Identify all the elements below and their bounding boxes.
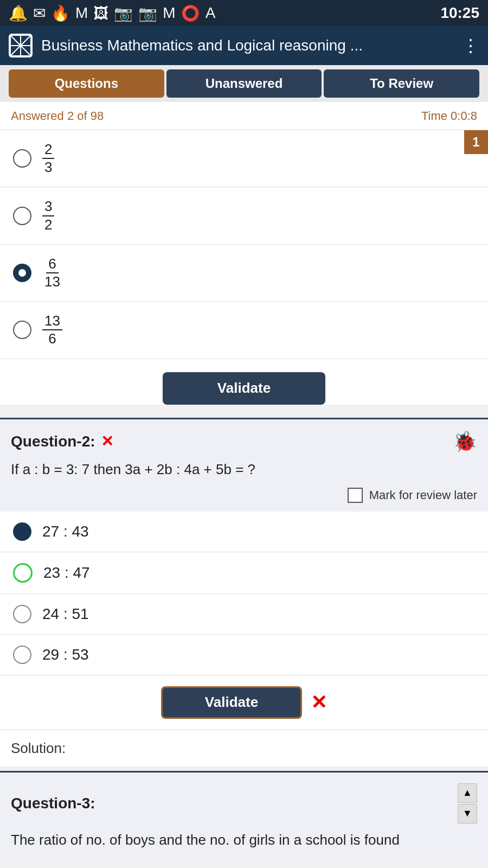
status-bar: 🔔 ✉ 🔥 M 🖼 📷 📷 M ⭕ A 10:25 (0, 0, 488, 26)
option-2-row[interactable]: 3 2 (0, 187, 488, 244)
status-bar-icons: 🔔 ✉ 🔥 M 🖼 📷 📷 M ⭕ A (9, 4, 215, 22)
option-1-radio[interactable] (13, 149, 31, 168)
question-3-section: Question-3: ▲ ▼ The ratio of no. of boys… (0, 771, 488, 860)
more-options-button[interactable]: ⋮ (462, 35, 479, 56)
fire-icon: 🔥 (51, 4, 70, 22)
q2-option-3-row[interactable]: 24 : 51 (0, 594, 488, 635)
review-checkbox-row[interactable]: Mark for review later (11, 488, 477, 503)
mail2-icon: M (163, 4, 175, 22)
q2-option-4-row[interactable]: 29 : 53 (0, 635, 488, 675)
option-4-label: 13 6 (42, 312, 62, 347)
option-1-denominator: 3 (42, 159, 54, 176)
q2-option-1-label: 27 : 43 (42, 523, 89, 540)
progress-bar: Answered 2 of 98 Time 0:0:8 (0, 102, 488, 130)
validate-button-2[interactable]: Validate (161, 686, 302, 719)
option-2-numerator: 3 (42, 198, 54, 216)
q2-option-3-radio[interactable] (13, 605, 31, 623)
option-1-row[interactable]: 2 3 (0, 130, 488, 187)
email-icon: ✉ (33, 4, 46, 22)
q2-option-3-label: 24 : 51 (42, 605, 89, 623)
question-3-text: The ratio of no. of boys and the no. of … (11, 830, 477, 850)
app-header: Business Mathematics and Logical reasoni… (0, 26, 488, 65)
notification-icon: 🔔 (9, 4, 28, 22)
question-2-text: If a : b = 3: 7 then 3a + 2b : 4a + 5b =… (11, 459, 477, 479)
question-2-header: Question-2: ✕ 🐞 (11, 430, 477, 453)
mail-icon: M (75, 4, 88, 22)
tab-questions[interactable]: Questions (9, 69, 164, 98)
gallery-icon: 🖼 (93, 4, 108, 22)
question-2-section: Question-2: ✕ 🐞 If a : b = 3: 7 then 3a … (0, 418, 488, 767)
q2-option-1-row[interactable]: 27 : 43 (0, 512, 488, 552)
app-logo (9, 34, 33, 58)
option-3-denominator: 13 (42, 273, 62, 290)
question-2-options: 27 : 43 23 : 47 24 : 51 29 : 53 Validate… (0, 512, 488, 767)
question-2-wrong-mark: ✕ (101, 432, 113, 450)
a-icon: A (206, 4, 216, 22)
option-4-numerator: 13 (42, 312, 62, 330)
scroll-up-button[interactable]: ▲ (458, 783, 477, 803)
question-3-label: Question-3: (11, 795, 95, 812)
option-1-numerator: 2 (42, 141, 54, 159)
tab-bar: Questions Unanswered To Review (0, 65, 488, 102)
q2-option-4-label: 29 : 53 (42, 646, 89, 663)
tab-unanswered[interactable]: Unanswered (166, 69, 322, 98)
circle-icon: ⭕ (181, 4, 200, 22)
scroll-buttons[interactable]: ▲ ▼ (458, 783, 477, 824)
answered-count: Answered 2 of 98 (11, 109, 104, 123)
validate-button-1[interactable]: Validate (163, 372, 325, 405)
q2-option-2-label: 23 : 47 (43, 564, 90, 582)
option-2-denominator: 2 (42, 216, 54, 233)
option-4-denominator: 6 (46, 330, 58, 347)
bug-report-icon[interactable]: 🐞 (453, 430, 477, 453)
review-label: Mark for review later (369, 488, 477, 502)
option-2-radio[interactable] (13, 207, 31, 225)
q2-option-2-radio[interactable] (13, 563, 33, 583)
scroll-down-button[interactable]: ▼ (458, 804, 477, 824)
option-3-radio[interactable] (13, 264, 31, 282)
instagram2-icon: 📷 (138, 4, 157, 22)
header-title: Business Mathematics and Logical reasoni… (41, 37, 453, 54)
tab-review[interactable]: To Review (324, 69, 479, 98)
option-3-row[interactable]: 6 13 (0, 245, 488, 302)
option-3-label: 6 13 (42, 256, 62, 290)
review-checkbox[interactable] (348, 488, 363, 503)
instagram-icon: 📷 (114, 4, 133, 22)
option-2-label: 3 2 (42, 198, 54, 233)
q2-option-2-row[interactable]: 23 : 47 (0, 552, 488, 594)
option-4-radio[interactable] (13, 321, 31, 339)
option-3-numerator: 6 (46, 256, 58, 273)
option-4-row[interactable]: 13 6 (0, 302, 488, 359)
q2-option-4-radio[interactable] (13, 646, 31, 664)
solution-label: Solution: (0, 730, 488, 767)
question-1-area: 1 2 3 3 2 6 13 13 6 Validate (0, 130, 488, 405)
status-bar-time: 10:25 (440, 4, 479, 22)
option-1-label: 2 3 (42, 141, 54, 176)
q2-option-1-radio[interactable] (13, 522, 31, 541)
timer: Time 0:0:8 (421, 109, 477, 123)
wrong-indicator: ✕ (311, 691, 327, 714)
validate-row-2: Validate ✕ (0, 675, 488, 730)
question-1-badge: 1 (464, 130, 488, 154)
question-2-title: Question-2: (11, 433, 95, 450)
question-2-label: Question-2: ✕ (11, 432, 113, 450)
